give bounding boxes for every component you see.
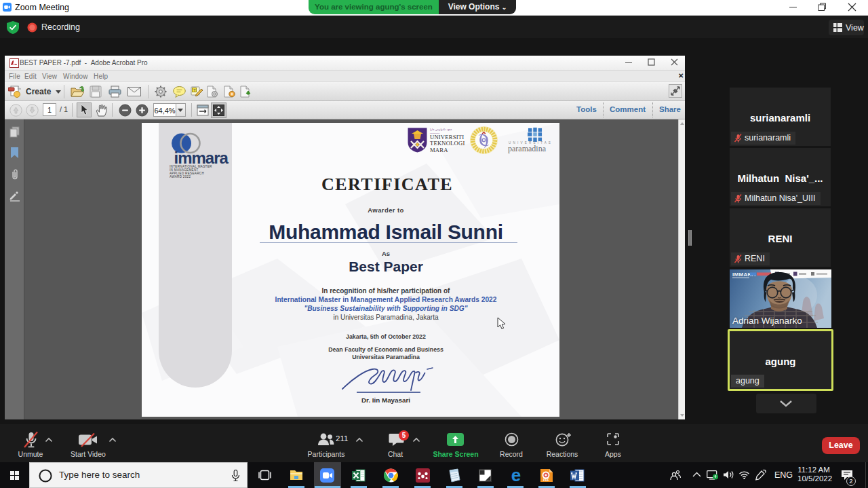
svg-text:T: T xyxy=(193,88,196,92)
svg-text:PDF: PDF xyxy=(543,478,549,482)
svg-text:immara: immara xyxy=(174,149,229,167)
